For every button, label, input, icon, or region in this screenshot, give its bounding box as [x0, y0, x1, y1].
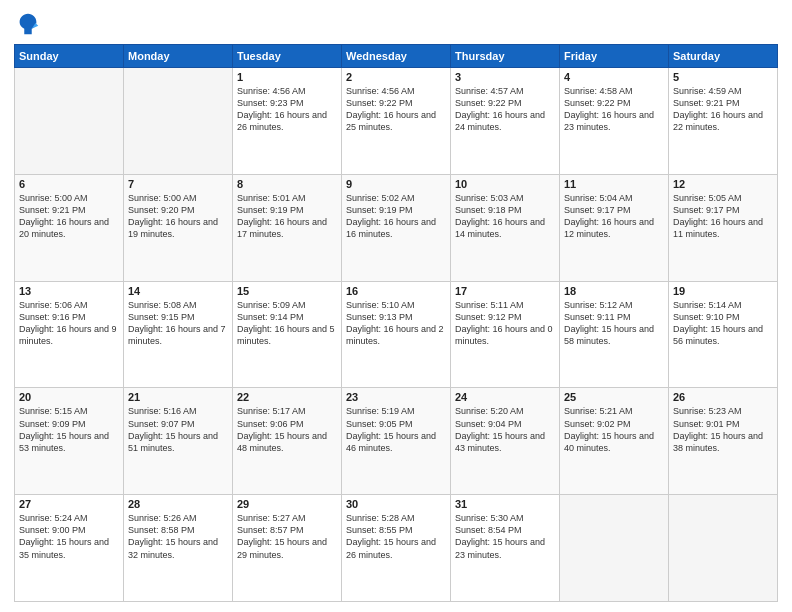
calendar-cell	[560, 495, 669, 602]
day-info: Sunrise: 5:14 AMSunset: 9:10 PMDaylight:…	[673, 299, 773, 348]
calendar-cell: 11Sunrise: 5:04 AMSunset: 9:17 PMDayligh…	[560, 174, 669, 281]
day-info: Sunrise: 5:08 AMSunset: 9:15 PMDaylight:…	[128, 299, 228, 348]
calendar-day-header: Wednesday	[342, 45, 451, 68]
calendar-cell: 5Sunrise: 4:59 AMSunset: 9:21 PMDaylight…	[669, 68, 778, 175]
calendar-cell: 7Sunrise: 5:00 AMSunset: 9:20 PMDaylight…	[124, 174, 233, 281]
day-info: Sunrise: 5:28 AMSunset: 8:55 PMDaylight:…	[346, 512, 446, 561]
day-info: Sunrise: 5:10 AMSunset: 9:13 PMDaylight:…	[346, 299, 446, 348]
day-info: Sunrise: 5:06 AMSunset: 9:16 PMDaylight:…	[19, 299, 119, 348]
day-info: Sunrise: 5:19 AMSunset: 9:05 PMDaylight:…	[346, 405, 446, 454]
day-info: Sunrise: 5:09 AMSunset: 9:14 PMDaylight:…	[237, 299, 337, 348]
day-info: Sunrise: 5:27 AMSunset: 8:57 PMDaylight:…	[237, 512, 337, 561]
day-number: 15	[237, 285, 337, 297]
calendar-week-row: 13Sunrise: 5:06 AMSunset: 9:16 PMDayligh…	[15, 281, 778, 388]
day-info: Sunrise: 5:02 AMSunset: 9:19 PMDaylight:…	[346, 192, 446, 241]
day-number: 14	[128, 285, 228, 297]
calendar-cell: 4Sunrise: 4:58 AMSunset: 9:22 PMDaylight…	[560, 68, 669, 175]
day-number: 9	[346, 178, 446, 190]
calendar-week-row: 20Sunrise: 5:15 AMSunset: 9:09 PMDayligh…	[15, 388, 778, 495]
day-number: 22	[237, 391, 337, 403]
day-info: Sunrise: 5:04 AMSunset: 9:17 PMDaylight:…	[564, 192, 664, 241]
calendar-day-header: Friday	[560, 45, 669, 68]
day-number: 26	[673, 391, 773, 403]
calendar-cell: 15Sunrise: 5:09 AMSunset: 9:14 PMDayligh…	[233, 281, 342, 388]
calendar-cell: 26Sunrise: 5:23 AMSunset: 9:01 PMDayligh…	[669, 388, 778, 495]
calendar-cell	[124, 68, 233, 175]
day-info: Sunrise: 5:00 AMSunset: 9:20 PMDaylight:…	[128, 192, 228, 241]
day-number: 30	[346, 498, 446, 510]
calendar-cell: 28Sunrise: 5:26 AMSunset: 8:58 PMDayligh…	[124, 495, 233, 602]
day-number: 24	[455, 391, 555, 403]
calendar-cell: 24Sunrise: 5:20 AMSunset: 9:04 PMDayligh…	[451, 388, 560, 495]
calendar-header-row: SundayMondayTuesdayWednesdayThursdayFrid…	[15, 45, 778, 68]
day-number: 3	[455, 71, 555, 83]
day-info: Sunrise: 5:21 AMSunset: 9:02 PMDaylight:…	[564, 405, 664, 454]
calendar-cell: 6Sunrise: 5:00 AMSunset: 9:21 PMDaylight…	[15, 174, 124, 281]
calendar-cell: 27Sunrise: 5:24 AMSunset: 9:00 PMDayligh…	[15, 495, 124, 602]
day-number: 7	[128, 178, 228, 190]
day-number: 25	[564, 391, 664, 403]
day-info: Sunrise: 5:24 AMSunset: 9:00 PMDaylight:…	[19, 512, 119, 561]
day-number: 29	[237, 498, 337, 510]
day-number: 31	[455, 498, 555, 510]
day-info: Sunrise: 5:30 AMSunset: 8:54 PMDaylight:…	[455, 512, 555, 561]
day-info: Sunrise: 4:57 AMSunset: 9:22 PMDaylight:…	[455, 85, 555, 134]
day-info: Sunrise: 4:56 AMSunset: 9:22 PMDaylight:…	[346, 85, 446, 134]
day-number: 18	[564, 285, 664, 297]
day-info: Sunrise: 5:16 AMSunset: 9:07 PMDaylight:…	[128, 405, 228, 454]
day-info: Sunrise: 4:56 AMSunset: 9:23 PMDaylight:…	[237, 85, 337, 134]
calendar-week-row: 6Sunrise: 5:00 AMSunset: 9:21 PMDaylight…	[15, 174, 778, 281]
calendar-cell: 12Sunrise: 5:05 AMSunset: 9:17 PMDayligh…	[669, 174, 778, 281]
day-number: 4	[564, 71, 664, 83]
calendar-day-header: Monday	[124, 45, 233, 68]
calendar-cell: 9Sunrise: 5:02 AMSunset: 9:19 PMDaylight…	[342, 174, 451, 281]
day-number: 17	[455, 285, 555, 297]
calendar-cell: 1Sunrise: 4:56 AMSunset: 9:23 PMDaylight…	[233, 68, 342, 175]
calendar-cell: 13Sunrise: 5:06 AMSunset: 9:16 PMDayligh…	[15, 281, 124, 388]
calendar-cell: 31Sunrise: 5:30 AMSunset: 8:54 PMDayligh…	[451, 495, 560, 602]
day-number: 20	[19, 391, 119, 403]
calendar-cell: 23Sunrise: 5:19 AMSunset: 9:05 PMDayligh…	[342, 388, 451, 495]
calendar-cell	[15, 68, 124, 175]
day-info: Sunrise: 5:01 AMSunset: 9:19 PMDaylight:…	[237, 192, 337, 241]
calendar-day-header: Tuesday	[233, 45, 342, 68]
calendar: SundayMondayTuesdayWednesdayThursdayFrid…	[14, 44, 778, 602]
day-number: 27	[19, 498, 119, 510]
calendar-week-row: 27Sunrise: 5:24 AMSunset: 9:00 PMDayligh…	[15, 495, 778, 602]
day-info: Sunrise: 5:00 AMSunset: 9:21 PMDaylight:…	[19, 192, 119, 241]
calendar-cell	[669, 495, 778, 602]
day-info: Sunrise: 5:11 AMSunset: 9:12 PMDaylight:…	[455, 299, 555, 348]
day-number: 21	[128, 391, 228, 403]
day-number: 6	[19, 178, 119, 190]
day-number: 23	[346, 391, 446, 403]
day-number: 8	[237, 178, 337, 190]
day-info: Sunrise: 5:26 AMSunset: 8:58 PMDaylight:…	[128, 512, 228, 561]
day-info: Sunrise: 5:17 AMSunset: 9:06 PMDaylight:…	[237, 405, 337, 454]
calendar-cell: 14Sunrise: 5:08 AMSunset: 9:15 PMDayligh…	[124, 281, 233, 388]
day-number: 13	[19, 285, 119, 297]
calendar-day-header: Sunday	[15, 45, 124, 68]
calendar-cell: 10Sunrise: 5:03 AMSunset: 9:18 PMDayligh…	[451, 174, 560, 281]
day-info: Sunrise: 4:59 AMSunset: 9:21 PMDaylight:…	[673, 85, 773, 134]
calendar-cell: 19Sunrise: 5:14 AMSunset: 9:10 PMDayligh…	[669, 281, 778, 388]
calendar-cell: 22Sunrise: 5:17 AMSunset: 9:06 PMDayligh…	[233, 388, 342, 495]
day-number: 19	[673, 285, 773, 297]
day-number: 11	[564, 178, 664, 190]
calendar-cell: 29Sunrise: 5:27 AMSunset: 8:57 PMDayligh…	[233, 495, 342, 602]
logo-icon	[14, 10, 42, 38]
day-info: Sunrise: 5:15 AMSunset: 9:09 PMDaylight:…	[19, 405, 119, 454]
calendar-cell: 17Sunrise: 5:11 AMSunset: 9:12 PMDayligh…	[451, 281, 560, 388]
day-info: Sunrise: 5:20 AMSunset: 9:04 PMDaylight:…	[455, 405, 555, 454]
calendar-day-header: Saturday	[669, 45, 778, 68]
day-number: 5	[673, 71, 773, 83]
day-number: 28	[128, 498, 228, 510]
calendar-cell: 8Sunrise: 5:01 AMSunset: 9:19 PMDaylight…	[233, 174, 342, 281]
day-number: 10	[455, 178, 555, 190]
page: SundayMondayTuesdayWednesdayThursdayFrid…	[0, 0, 792, 612]
day-info: Sunrise: 4:58 AMSunset: 9:22 PMDaylight:…	[564, 85, 664, 134]
calendar-week-row: 1Sunrise: 4:56 AMSunset: 9:23 PMDaylight…	[15, 68, 778, 175]
calendar-cell: 30Sunrise: 5:28 AMSunset: 8:55 PMDayligh…	[342, 495, 451, 602]
day-info: Sunrise: 5:05 AMSunset: 9:17 PMDaylight:…	[673, 192, 773, 241]
calendar-day-header: Thursday	[451, 45, 560, 68]
day-number: 2	[346, 71, 446, 83]
